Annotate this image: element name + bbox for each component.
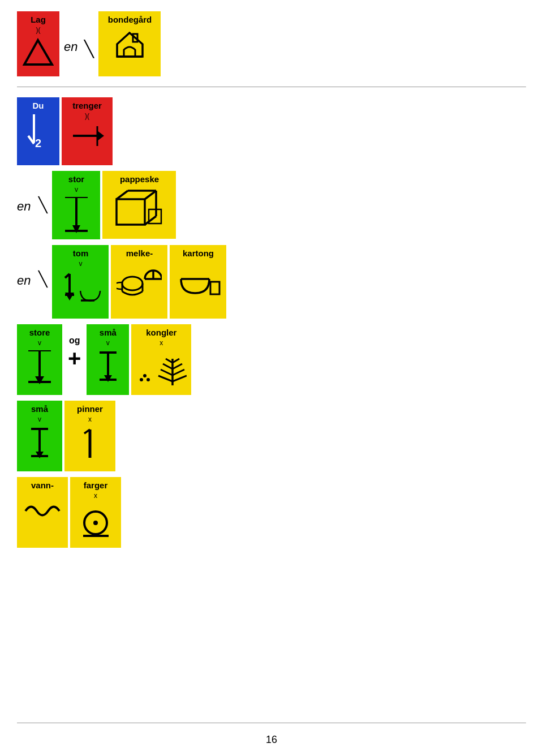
- block-store[interactable]: store v: [17, 324, 62, 395]
- backslash-3: ╲: [38, 245, 48, 288]
- sublabel-tom: v: [79, 260, 82, 268]
- wave-icon: [23, 494, 62, 522]
- backslash-2: ╲: [38, 171, 48, 214]
- block-kongler[interactable]: kongler x: [131, 324, 191, 395]
- right-arrow-icon: [70, 123, 104, 151]
- section-vann-farger: vann- farger x: [17, 477, 526, 548]
- block-pappeske[interactable]: pappeske: [102, 171, 176, 239]
- footer-divider: [17, 723, 526, 723]
- sublabel-farger: x: [94, 492, 97, 500]
- label-melke: melke-: [126, 248, 153, 259]
- sublabel-pinner: x: [88, 415, 92, 423]
- label-sma2: små: [31, 404, 48, 414]
- carton-icon: [175, 262, 221, 301]
- section-stor-pappeske: en ╲ stor v pappeske: [17, 171, 526, 239]
- block-trenger[interactable]: trenger )(: [62, 97, 113, 165]
- size-small-icon: [97, 350, 119, 385]
- svg-marker-0: [24, 40, 52, 65]
- svg-point-26: [122, 277, 143, 290]
- block-vann[interactable]: vann-: [17, 477, 68, 548]
- paint-icon: [80, 503, 111, 542]
- svg-point-43: [143, 374, 146, 377]
- stick-icon: [79, 427, 101, 463]
- block-pinner[interactable]: pinner x: [64, 401, 115, 471]
- triangle-icon: [23, 37, 54, 71]
- sublabel-store: v: [38, 339, 41, 347]
- empty-bowl-icon: [59, 271, 102, 313]
- svg-rect-14: [117, 199, 145, 225]
- block-du[interactable]: Du 2: [17, 97, 59, 165]
- label-pinner: pinner: [77, 404, 103, 414]
- svg-rect-32: [210, 282, 219, 294]
- label-bondegard: bondegård: [108, 15, 152, 25]
- svg-text:2: 2: [35, 137, 41, 149]
- svg-line-50: [173, 364, 182, 369]
- svg-line-45: [158, 376, 173, 381]
- label-trenger: trenger: [72, 101, 102, 111]
- svg-marker-24: [65, 293, 74, 300]
- text-en3: en: [17, 245, 31, 288]
- section-lag-bondegard: Lag )( en ╲ bondegård: [17, 11, 526, 76]
- block-og: og +: [68, 324, 81, 371]
- label-du: Du: [33, 101, 44, 111]
- svg-line-49: [163, 364, 173, 369]
- size-large-2-icon: [26, 350, 53, 386]
- sublabel-trenger: )(: [85, 112, 89, 120]
- plus-symbol: +: [68, 346, 81, 371]
- label-kartong: kartong: [183, 248, 214, 259]
- block-sma1[interactable]: små v: [87, 324, 129, 395]
- sublabel-stor: v: [75, 186, 78, 194]
- label-store: store: [29, 328, 50, 338]
- size-large-icon: [62, 197, 90, 236]
- svg-line-16: [145, 191, 156, 199]
- sublabel-sma2: v: [38, 415, 41, 423]
- pine-cone-icon: [136, 350, 187, 389]
- block-tom[interactable]: tom v: [52, 245, 109, 319]
- block-lag[interactable]: Lag )(: [17, 11, 59, 76]
- block-stor[interactable]: stor v: [52, 171, 100, 239]
- sublabel-sma1: v: [106, 339, 110, 347]
- svg-marker-8: [97, 131, 104, 141]
- block-farger[interactable]: farger x: [70, 477, 121, 548]
- svg-point-41: [140, 378, 143, 381]
- label-tom: tom: [73, 248, 89, 259]
- milk-icon: [117, 262, 162, 303]
- section-sma-pinner: små v pinner x: [17, 401, 526, 471]
- divider-1: [17, 87, 526, 87]
- box-icon: [114, 188, 165, 230]
- block-sma2[interactable]: små v: [17, 401, 62, 471]
- label-kongler: kongler: [146, 328, 176, 338]
- backslash-1: ╲: [84, 11, 94, 58]
- svg-point-42: [146, 378, 150, 381]
- svg-marker-1: [117, 33, 143, 57]
- page-number: 16: [0, 734, 543, 746]
- svg-point-60: [93, 521, 98, 525]
- label-stor: stor: [68, 174, 84, 184]
- text-en1: en: [64, 11, 77, 54]
- label-vann: vann-: [31, 480, 54, 491]
- text-en2: en: [17, 171, 31, 214]
- sublabel-kongler: x: [160, 339, 163, 347]
- svg-line-48: [173, 370, 184, 375]
- block-kartong[interactable]: kartong: [170, 245, 226, 319]
- section-du-trenger: Du 2 trenger )(: [17, 97, 526, 165]
- label-pappeske: pappeske: [120, 174, 159, 184]
- label-lag: Lag: [31, 15, 46, 25]
- house-icon: [111, 28, 148, 65]
- block-melke[interactable]: melke-: [111, 245, 167, 319]
- size-small-2-icon: [28, 427, 51, 462]
- sublabel-lag: )(: [36, 26, 41, 34]
- down-arrow-number-icon: 2: [23, 114, 54, 153]
- svg-line-46: [173, 376, 187, 381]
- label-sma1: små: [100, 328, 117, 338]
- svg-line-15: [117, 191, 128, 199]
- svg-line-51: [166, 359, 173, 363]
- svg-line-52: [173, 359, 179, 363]
- label-og: og: [69, 336, 80, 346]
- section-store-sma-kongler: store v og + små v kongler: [17, 324, 526, 395]
- section-tom-melke-kartong: en ╲ tom v melke-: [17, 245, 526, 319]
- label-farger: farger: [84, 480, 108, 491]
- block-bondegard[interactable]: bondegård: [98, 11, 161, 76]
- svg-line-47: [161, 370, 173, 375]
